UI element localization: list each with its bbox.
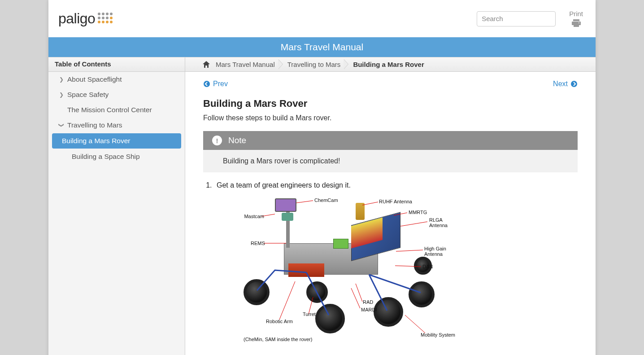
- svg-line-12: [396, 250, 423, 251]
- step-1: Get a team of great engineers to design …: [214, 181, 578, 189]
- crumb-root[interactable]: Mars Travel Manual: [216, 57, 279, 72]
- page-title: Building a Mars Rover: [203, 98, 578, 110]
- label-robotic-arm: Robotic Arm: [266, 319, 293, 324]
- chevron-right-icon: ❯: [59, 92, 64, 98]
- chevron-right-icon: ❯: [59, 76, 64, 83]
- svg-rect-2: [574, 24, 579, 27]
- svg-line-11: [400, 222, 427, 226]
- toc-label: The Mission Control Center: [67, 106, 152, 114]
- label-mmrtg: MMRTG: [409, 210, 427, 215]
- note-body: Building a Mars rover is complicated!: [203, 150, 578, 172]
- label-high-gain: High Gain Antenna: [424, 246, 446, 257]
- svg-line-15: [351, 288, 360, 308]
- prev-label: Prev: [213, 80, 228, 88]
- svg-line-18: [405, 315, 425, 333]
- toc-header: Table of Contents: [48, 57, 185, 71]
- arrow-left-circle-icon: [203, 80, 210, 88]
- label-mastcam: Mastcam: [243, 214, 264, 219]
- label-mardi: MARDI: [361, 307, 377, 312]
- toc-item-building-space-ship[interactable]: Building a Space Ship: [48, 149, 185, 164]
- print-button[interactable]: Print: [569, 10, 583, 27]
- svg-rect-0: [573, 19, 579, 21]
- toc-item-space-safety[interactable]: ❯ Space Safety: [48, 87, 185, 102]
- svg-point-4: [204, 81, 210, 87]
- note-box: ! Note Building a Mars rover is complica…: [203, 131, 578, 172]
- label-mobility: Mobility System: [421, 332, 455, 337]
- search-input[interactable]: [477, 11, 556, 26]
- toc-sidebar: ❯ About Spaceflight ❯ Space Safety The M…: [48, 72, 185, 355]
- label-turret: Turret: [303, 311, 316, 317]
- toc-item-about-spaceflight[interactable]: ❯ About Spaceflight: [48, 72, 185, 87]
- label-chemcam: ChemCam: [314, 197, 338, 203]
- svg-line-9: [362, 202, 378, 205]
- svg-line-14: [356, 284, 362, 302]
- next-link[interactable]: Next: [553, 80, 578, 88]
- logo-text: paligo: [58, 10, 95, 27]
- breadcrumb: Mars Travel Manual Travelling to Mars Bu…: [185, 57, 596, 71]
- label-ruhf: RUHF Antenna: [379, 199, 412, 204]
- toc-item-travelling-to-mars[interactable]: ❯ Travelling to Mars: [48, 118, 185, 133]
- toc-label: Building a Mars Rover: [62, 137, 130, 145]
- note-icon: !: [212, 136, 222, 145]
- svg-point-3: [579, 22, 579, 23]
- svg-point-5: [571, 81, 577, 87]
- toc-label: Space Safety: [67, 91, 109, 99]
- logo-dots-icon: [98, 13, 113, 25]
- crumb-section[interactable]: Travelling to Mars: [279, 57, 345, 72]
- crumb-current: Building a Mars Rover: [345, 57, 428, 72]
- label-dan: DAN: [422, 264, 433, 269]
- intro-text: Follow these steps to build a Mars rover…: [203, 114, 578, 122]
- arrow-right-circle-icon: [570, 80, 578, 88]
- home-icon[interactable]: [202, 61, 210, 68]
- next-label: Next: [553, 80, 568, 88]
- print-label: Print: [569, 10, 583, 18]
- label-rlga: RLGA Antenna: [429, 217, 448, 228]
- toc-label: Building a Space Ship: [72, 153, 140, 161]
- label-rems: REMS: [251, 241, 265, 246]
- label-rad: RAD: [363, 299, 373, 305]
- svg-line-17: [279, 281, 295, 320]
- prev-link[interactable]: Prev: [203, 80, 228, 88]
- manual-title-band: Mars Travel Manual: [48, 37, 596, 57]
- toc-item-building-mars-rover[interactable]: Building a Mars Rover: [52, 133, 181, 149]
- toc-label: About Spaceflight: [67, 75, 122, 83]
- toc-label: Travelling to Mars: [67, 121, 122, 129]
- label-chemin-note: (CheMin, SAM inside the rover): [244, 337, 312, 342]
- rover-diagram: ChemCam RUHF Antenna MMRTG Mastcam RLGA …: [217, 194, 450, 346]
- toc-item-mission-control[interactable]: The Mission Control Center: [48, 102, 185, 118]
- svg-line-6: [296, 201, 313, 203]
- print-icon: [572, 19, 581, 27]
- note-title: Note: [228, 136, 246, 145]
- logo[interactable]: paligo: [58, 10, 113, 27]
- chevron-down-icon: ❯: [58, 123, 65, 127]
